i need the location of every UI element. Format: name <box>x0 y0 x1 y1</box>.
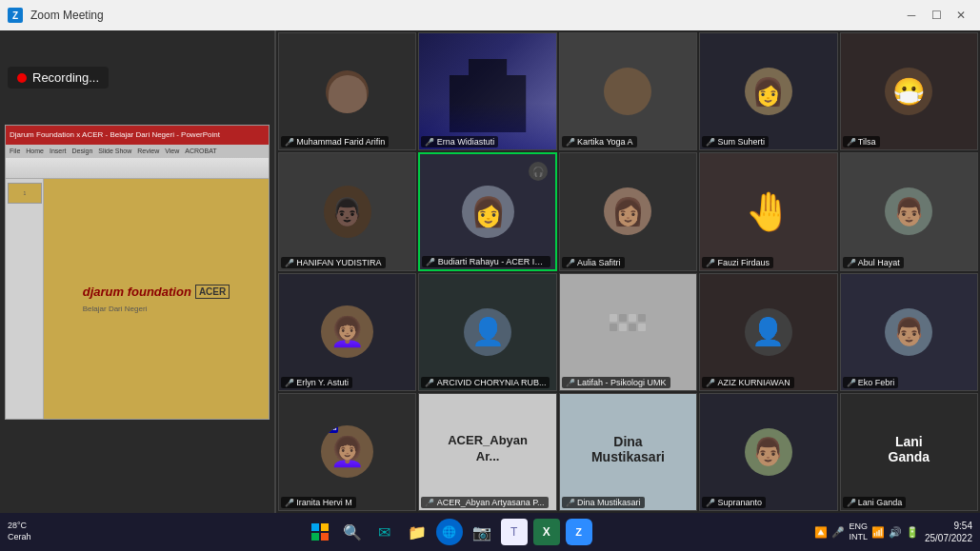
window-controls: ─ ☐ ✕ <box>900 6 972 25</box>
svg-rect-0 <box>311 523 319 531</box>
chevron-up-icon[interactable]: 🔼 <box>814 526 828 539</box>
svg-rect-1 <box>321 523 329 531</box>
time-display: 9:54 <box>954 520 972 532</box>
djarum-logo: djarum foundation <box>83 285 191 299</box>
big-name-text: Dina Mustikasari <box>591 434 665 464</box>
participant-tile[interactable]: Erna Widiastuti <box>418 32 556 150</box>
recording-dot <box>17 73 27 83</box>
title-bar: Z Zoom Meeting ─ ☐ ✕ <box>0 0 980 30</box>
lang-text: ENGINTL <box>849 521 868 542</box>
svg-rect-3 <box>321 533 329 541</box>
date-display: 25/07/2022 <box>925 532 972 544</box>
ppt-menu: File Home Insert Design Slide Show Revie… <box>6 145 269 158</box>
close-button[interactable]: ✕ <box>950 6 972 25</box>
browser-icon[interactable]: 🌐 <box>436 519 463 545</box>
participant-tile[interactable]: 👩🏽‍🦱 Erlyn Y. Astuti <box>278 273 416 391</box>
participant-tile[interactable]: Muhammad Farid Arifin <box>278 32 416 150</box>
ppt-slide: djarum foundation ACER Belajar Dari Nege… <box>44 179 269 419</box>
participant-tile[interactable]: Kartika Yoga A <box>559 32 697 150</box>
acer-logo: ACER <box>195 285 230 299</box>
participant-tile[interactable]: 👩🏽 Aulia Safitri <box>559 152 697 270</box>
participant-name: Suprananto <box>702 497 766 508</box>
main-area: Recording... Djarum Foundation x ACER - … <box>0 30 980 513</box>
big-name-text: ACER_Abyan Ar... <box>448 433 528 465</box>
participant-tile[interactable]: Dina Mustikasari Dina Mustikasari <box>559 393 697 511</box>
windows-start-button[interactable] <box>307 519 333 545</box>
taskbar-center: 🔍 ✉ 📁 🌐 📷 T X Z <box>88 519 810 545</box>
participant-name: Sum Suherti <box>702 136 769 148</box>
participant-name: HANIFAN YUDISTIRA <box>281 257 386 268</box>
participant-name: Erna Widiastuti <box>421 136 498 148</box>
taskbar-left: 28°C Cerah <box>8 521 84 542</box>
participant-name: ARCIVID CHORYNIA RUB... <box>421 377 550 388</box>
teams-icon[interactable]: T <box>501 519 528 545</box>
mail-icon[interactable]: ✉ <box>371 519 398 545</box>
participant-tile[interactable]: 👩 Sum Suherti <box>699 32 837 150</box>
big-name-text: Lani Ganda <box>874 434 943 464</box>
sys-tray-icons: 🔼 🎤 ENGINTL 📶 🔊 🔋 <box>814 521 919 542</box>
zoom-icon[interactable]: Z <box>566 519 592 545</box>
window-title: Zoom Meeting <box>30 9 892 22</box>
participant-name: Lani Ganda <box>843 497 907 508</box>
minimize-button[interactable]: ─ <box>900 6 923 25</box>
participant-tile[interactable]: 🤚 Fauzi Firdaus <box>699 152 837 270</box>
mic-icon: 🎤 <box>831 526 845 539</box>
battery-icon: 🔋 <box>906 526 919 539</box>
participant-tile[interactable]: 👨🏽 Eko Febri <box>840 273 978 391</box>
participant-name: ACER_Abyan Artyasana P... <box>421 497 548 508</box>
participant-tile[interactable]: 👨🏿 HANIFAN YUDISTIRA <box>278 152 416 270</box>
participant-name: Kartika Yoga A <box>562 136 637 148</box>
volume-icon: 🔊 <box>889 526 902 539</box>
participant-name: Iranita Hervi M <box>281 497 356 508</box>
ppt-toolbar <box>6 158 269 179</box>
ppt-slides-panel: 1 <box>6 179 44 419</box>
participant-name: AZIZ KURNIAWAN <box>702 377 794 388</box>
presentation-panel: Djarum Foundation x ACER - Belajar Dari … <box>0 30 276 513</box>
camera-icon[interactable]: 📷 <box>469 519 495 545</box>
participant-name: Latifah - Psikologi UMK <box>562 377 670 388</box>
search-button[interactable]: 🔍 <box>339 519 366 545</box>
participant-tile[interactable]: 😷 Tilsa <box>840 32 978 150</box>
participant-tile[interactable]: ACER_Abyan Ar... ACER_Abyan Artyasana P.… <box>418 393 556 511</box>
participant-tile[interactable]: 👨🏽 Abul Hayat <box>840 152 978 270</box>
participant-name: Tilsa <box>843 136 880 148</box>
ppt-titlebar: Djarum Foundation x ACER - Belajar Dari … <box>6 126 269 145</box>
weather-temp: 28°C <box>8 521 31 532</box>
weather-info: 28°C Cerah <box>8 521 31 542</box>
participant-name: Erlyn Y. Astuti <box>281 377 352 388</box>
participant-tile[interactable]: 👤 ARCIVID CHORYNIA RUB... <box>418 273 556 391</box>
taskbar-right: 🔼 🎤 ENGINTL 📶 🔊 🔋 9:54 25/07/2022 <box>814 520 972 544</box>
participant-name: Abul Hayat <box>843 257 904 268</box>
participant-name: Muhammad Farid Arifin <box>281 136 389 148</box>
ppt-subtitle: Belajar Dari Negeri <box>83 305 148 313</box>
taskbar: 28°C Cerah 🔍 ✉ 📁 🌐 📷 T X Z <box>0 513 980 551</box>
participant-tile[interactable]: 👩 🎧 Budiarti Rahayu - ACER Indo... <box>418 152 556 270</box>
clock: 9:54 25/07/2022 <box>925 520 972 544</box>
recording-label: Recording... <box>32 70 99 85</box>
ppt-window: Djarum Foundation x ACER - Belajar Dari … <box>5 125 270 420</box>
svg-rect-2 <box>311 533 319 541</box>
file-explorer-icon[interactable]: 📁 <box>404 519 430 545</box>
wifi-icon: 📶 <box>871 526 885 539</box>
participant-grid: Muhammad Farid Arifin Erna Widiastuti Ka… <box>276 30 980 513</box>
weather-desc: Cerah <box>8 532 31 543</box>
participant-tile[interactable]: 👨🏽 Suprananto <box>699 393 837 511</box>
maximize-button[interactable]: ☐ <box>925 6 948 25</box>
participant-name: Fauzi Firdaus <box>702 257 773 268</box>
participant-tile[interactable]: Latifah - Psikologi UMK <box>559 273 697 391</box>
participant-name: Aulia Safitri <box>562 257 625 268</box>
app-icon: Z <box>8 8 23 23</box>
ppt-title: Djarum Foundation x ACER - Belajar Dari … <box>10 130 265 139</box>
participant-name: Budiarti Rahayu - ACER Indo... <box>422 256 550 267</box>
participant-tile[interactable]: 👩🏽‍🦱 ASUS Iranita Hervi M <box>278 393 416 511</box>
excel-icon[interactable]: X <box>533 519 560 545</box>
participant-tile[interactable]: Lani Ganda Lani Ganda <box>840 393 978 511</box>
participant-name: Eko Febri <box>843 377 899 388</box>
participant-name: Dina Mustikasari <box>562 497 645 508</box>
participant-tile[interactable]: 👤 AZIZ KURNIAWAN <box>699 273 837 391</box>
recording-badge: Recording... <box>8 67 109 89</box>
